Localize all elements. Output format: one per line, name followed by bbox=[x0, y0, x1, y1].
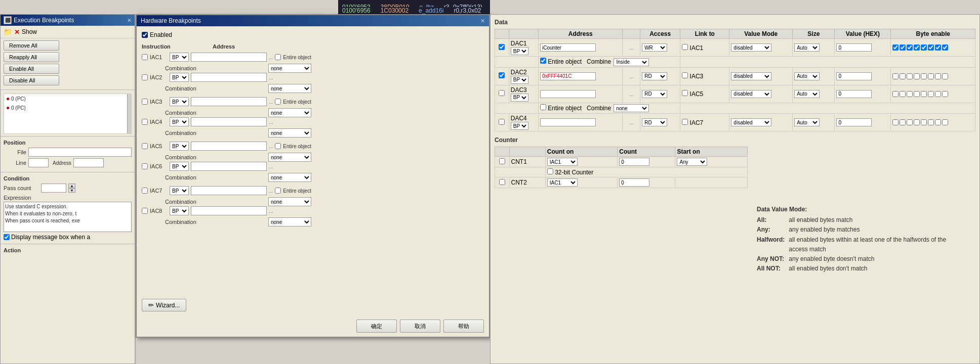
iac1-checkbox[interactable] bbox=[142, 54, 148, 60]
iac1-dots-button[interactable]: ... bbox=[269, 55, 273, 60]
cnt1-count-on-select[interactable]: IAC1IAC2 bbox=[547, 158, 578, 166]
cnt1-checkbox[interactable] bbox=[499, 158, 505, 164]
iac6-type-select[interactable]: BP bbox=[170, 162, 189, 171]
dac2-value-input[interactable] bbox=[836, 72, 872, 80]
help-button[interactable]: 帮助 bbox=[443, 320, 484, 333]
cnt1-start-on-select[interactable]: AnyIAC1 bbox=[677, 158, 707, 166]
iac3-entire-obj-checkbox[interactable] bbox=[275, 99, 281, 105]
dac2-be2[interactable] bbox=[907, 73, 913, 79]
dac3-valuemode-select[interactable]: disabled bbox=[731, 90, 771, 98]
dac4-be0[interactable] bbox=[892, 119, 899, 125]
dac2-dots-button[interactable]: ... bbox=[629, 74, 633, 79]
iac4-type-select[interactable]: BP bbox=[170, 117, 189, 126]
enabled-checkbox[interactable] bbox=[142, 32, 148, 38]
iac2-type-select[interactable]: BP bbox=[170, 73, 189, 82]
dac4-be1[interactable] bbox=[900, 119, 906, 125]
dac3-be3[interactable] bbox=[914, 91, 920, 97]
dac3-entire-obj-checkbox[interactable] bbox=[540, 104, 546, 110]
dac1-combine-select[interactable]: InsideOutsidenone bbox=[614, 58, 649, 66]
dac1-be3[interactable] bbox=[914, 44, 920, 51]
reapply-all-button[interactable]: Reapply All bbox=[4, 52, 59, 62]
dac2-be6[interactable] bbox=[935, 73, 941, 79]
dac4-be5[interactable] bbox=[928, 119, 934, 125]
dac2-checkbox[interactable] bbox=[499, 72, 505, 78]
iac5-entire-obj-checkbox[interactable] bbox=[275, 143, 281, 149]
iac8-dots-button[interactable]: ... bbox=[269, 208, 273, 214]
dac3-be6[interactable] bbox=[935, 91, 941, 97]
dac1-be7[interactable] bbox=[942, 44, 948, 51]
dac1-be6[interactable] bbox=[935, 44, 941, 51]
wizard-button[interactable]: ✏ Wizard... bbox=[142, 299, 186, 311]
iac5-type-select[interactable]: BP bbox=[170, 142, 189, 151]
iac6-dots-button[interactable]: ... bbox=[269, 164, 273, 169]
iac8-combo-select[interactable]: none bbox=[268, 217, 311, 226]
dac2-be5[interactable] bbox=[928, 73, 934, 79]
cancel-button[interactable]: 取消 bbox=[400, 320, 440, 333]
close-icon[interactable]: ✕ bbox=[127, 17, 132, 24]
dac1-dots-button[interactable]: ... bbox=[629, 45, 633, 51]
iac7-dots-button[interactable]: ... bbox=[269, 188, 273, 194]
iac1-addr-input[interactable] bbox=[191, 53, 267, 62]
iac4-combo-select[interactable]: none bbox=[268, 128, 311, 138]
dac1-be4[interactable] bbox=[921, 44, 927, 51]
breakpoints-list[interactable]: ● 0 (PC) ● 0 (PC) bbox=[4, 94, 132, 134]
pass-count-up[interactable]: ▲ bbox=[68, 184, 75, 188]
dac4-value-input[interactable] bbox=[836, 118, 872, 126]
dac4-linkto-checkbox[interactable] bbox=[682, 119, 688, 125]
iac7-checkbox[interactable] bbox=[142, 188, 148, 194]
iac7-type-select[interactable]: BP bbox=[170, 186, 189, 195]
dac1-entire-obj-checkbox[interactable] bbox=[540, 58, 546, 64]
iac2-checkbox[interactable] bbox=[142, 74, 148, 80]
iac7-entire-obj-checkbox[interactable] bbox=[275, 188, 281, 194]
dac2-be0[interactable] bbox=[892, 73, 899, 79]
dac1-access-select[interactable]: WRRDRW bbox=[642, 43, 667, 52]
dac3-combine-select[interactable]: noneInsideOutside bbox=[614, 104, 649, 112]
dac2-size-select[interactable]: Auto bbox=[794, 72, 820, 80]
dac3-be5[interactable] bbox=[928, 91, 934, 97]
iac8-type-select[interactable]: BP bbox=[170, 206, 189, 215]
dac2-be1[interactable] bbox=[900, 73, 906, 79]
iac6-addr-input[interactable] bbox=[191, 162, 267, 171]
dac1-linkto-checkbox[interactable] bbox=[682, 44, 688, 50]
iac3-type-select[interactable]: BP bbox=[170, 97, 189, 106]
dac4-size-select[interactable]: Auto bbox=[794, 118, 820, 126]
dac1-addr-input[interactable] bbox=[540, 43, 596, 52]
iac4-addr-input[interactable] bbox=[191, 117, 267, 126]
dac3-linkto-checkbox[interactable] bbox=[682, 90, 688, 96]
iac6-checkbox[interactable] bbox=[142, 163, 148, 169]
iac1-combo-select[interactable]: noneANDOR bbox=[268, 64, 311, 73]
iac5-checkbox[interactable] bbox=[142, 143, 148, 149]
dac4-be2[interactable] bbox=[907, 119, 913, 125]
dac4-be4[interactable] bbox=[921, 119, 927, 125]
dac1-be0[interactable] bbox=[892, 44, 899, 51]
dac3-type-select[interactable]: BP bbox=[511, 94, 528, 102]
file-input[interactable] bbox=[28, 148, 132, 157]
dac3-addr-input[interactable] bbox=[540, 90, 596, 98]
dac2-linkto-checkbox[interactable] bbox=[682, 72, 688, 78]
iac3-checkbox[interactable] bbox=[142, 99, 148, 105]
cnt2-checkbox[interactable] bbox=[499, 179, 505, 185]
iac2-dots-button[interactable]: ... bbox=[269, 75, 273, 80]
iac5-dots-button[interactable]: ... bbox=[269, 144, 273, 149]
remove-all-button[interactable]: Remove All bbox=[4, 40, 59, 51]
iac4-dots-button[interactable]: ... bbox=[269, 119, 273, 125]
dac2-access-select[interactable]: RDWRRW bbox=[642, 72, 667, 80]
iac6-combo-select[interactable]: none bbox=[268, 173, 311, 182]
ok-button[interactable]: 确定 bbox=[356, 320, 397, 333]
dac3-be1[interactable] bbox=[900, 91, 906, 97]
dac4-valuemode-select[interactable]: disabled bbox=[731, 118, 771, 126]
dac1-be5[interactable] bbox=[928, 44, 934, 51]
iac3-addr-input[interactable] bbox=[191, 97, 267, 106]
iac8-checkbox[interactable] bbox=[142, 208, 148, 214]
dac2-addr-input[interactable] bbox=[540, 72, 596, 80]
dac4-type-select[interactable]: BP bbox=[511, 122, 528, 130]
cnt1-count-input[interactable] bbox=[619, 158, 649, 166]
dac3-value-input[interactable] bbox=[836, 90, 872, 98]
cnt2-count-on-select[interactable]: IAC1 bbox=[547, 178, 578, 187]
bit32-checkbox[interactable] bbox=[547, 168, 553, 174]
dac4-checkbox[interactable] bbox=[499, 119, 505, 125]
dac1-size-select[interactable]: Auto bbox=[794, 43, 820, 52]
disable-all-button[interactable]: Disable All bbox=[4, 75, 59, 85]
dac2-valuemode-select[interactable]: disabled bbox=[731, 72, 771, 80]
dac3-checkbox[interactable] bbox=[499, 90, 505, 96]
